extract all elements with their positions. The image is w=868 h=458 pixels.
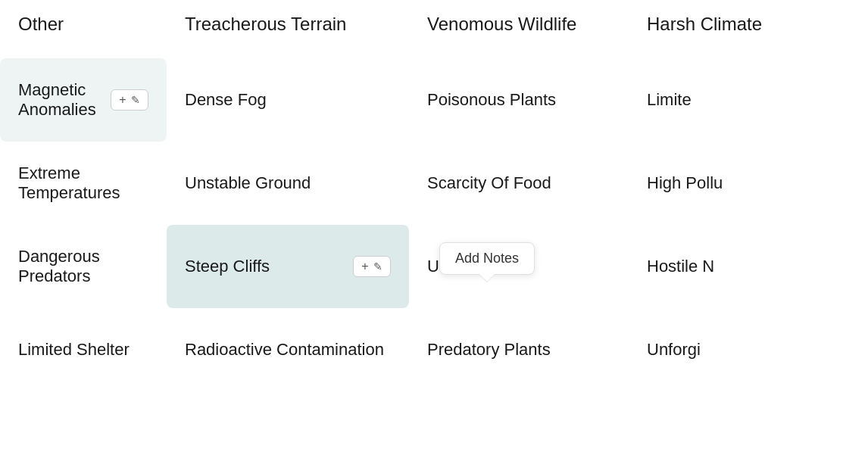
main-grid: Other Treacherous Terrain Venomous Wildl… bbox=[0, 0, 868, 458]
cell-empty-r4c5 bbox=[826, 308, 868, 391]
steep-cliffs-label: Steep Cliffs bbox=[185, 257, 344, 276]
predatory-plants-label: Predatory Plants bbox=[427, 340, 551, 360]
cell-poisonous-plants: Poisonous Plants bbox=[409, 58, 629, 142]
steep-cliffs-add-edit-button[interactable]: + ✎ bbox=[353, 256, 391, 277]
header-other: Other bbox=[0, 0, 167, 58]
header-venomous-wildlife-label: Venomous Wildlife bbox=[427, 14, 576, 35]
hostile-n-label: Hostile N bbox=[647, 257, 714, 276]
header-col5 bbox=[826, 0, 868, 58]
tooltip-text: Add Notes bbox=[455, 251, 519, 266]
cell-unstable-ground: Unstable Ground bbox=[167, 142, 409, 225]
magnetic-anomalies-label: Magnetic Anomalies bbox=[18, 80, 101, 120]
header-treacherous-terrain: Treacherous Terrain bbox=[167, 0, 409, 58]
cell-empty-r3c5 bbox=[826, 225, 868, 308]
dense-fog-label: Dense Fog bbox=[185, 90, 267, 110]
cell-dangerous-predators: Dangerous Predators bbox=[0, 225, 167, 308]
cell-unforgi: Unforgi bbox=[629, 308, 826, 391]
cell-radioactive-contamination: Radioactive Contamination bbox=[167, 308, 409, 391]
cell-magnetic-anomalies: Magnetic Anomalies + ✎ bbox=[0, 58, 167, 142]
radioactive-contamination-label: Radioactive Contamination bbox=[185, 340, 384, 360]
cell-hostile-n: Hostile N bbox=[629, 225, 826, 308]
cell-steep-cliffs: Steep Cliffs + ✎ bbox=[167, 225, 409, 308]
header-harsh-climate-label: Harsh Climate bbox=[647, 14, 762, 35]
dangerous-predators-label: Dangerous Predators bbox=[18, 247, 148, 286]
cell-limited-right: Limite bbox=[629, 58, 826, 142]
poisonous-plants-label: Poisonous Plants bbox=[427, 90, 556, 110]
limited-shelter-label: Limited Shelter bbox=[18, 340, 130, 360]
cell-dense-fog: Dense Fog bbox=[167, 58, 409, 142]
header-venomous-wildlife: Venomous Wildlife bbox=[409, 0, 629, 58]
cell-extreme-temperatures: Extreme Temperatures bbox=[0, 142, 167, 225]
add-notes-tooltip: Add Notes bbox=[439, 242, 535, 275]
cell-empty-r2c5 bbox=[826, 142, 868, 225]
pencil-icon-2: ✎ bbox=[373, 260, 382, 273]
cell-predatory-plants: Predatory Plants bbox=[409, 308, 629, 391]
pencil-icon: ✎ bbox=[131, 94, 140, 106]
cell-limited-shelter: Limited Shelter bbox=[0, 308, 167, 391]
magnetic-anomalies-add-edit-button[interactable]: + ✎ bbox=[111, 89, 148, 111]
header-treacherous-terrain-label: Treacherous Terrain bbox=[185, 14, 346, 35]
scarcity-of-food-label: Scarcity Of Food bbox=[427, 173, 551, 193]
cell-high-pollu: High Pollu bbox=[629, 142, 826, 225]
cell-empty-r1c5 bbox=[826, 58, 868, 142]
cell-scarcity-of-food: Scarcity Of Food bbox=[409, 142, 629, 225]
unforgi-label: Unforgi bbox=[647, 340, 701, 360]
unstable-ground-label: Unstable Ground bbox=[185, 173, 311, 193]
limited-right-label: Limite bbox=[647, 90, 692, 110]
header-other-label: Other bbox=[18, 14, 64, 35]
extreme-temperatures-label: Extreme Temperatures bbox=[18, 164, 148, 203]
high-pollu-label: High Pollu bbox=[647, 173, 723, 193]
header-harsh-climate: Harsh Climate bbox=[629, 0, 826, 58]
